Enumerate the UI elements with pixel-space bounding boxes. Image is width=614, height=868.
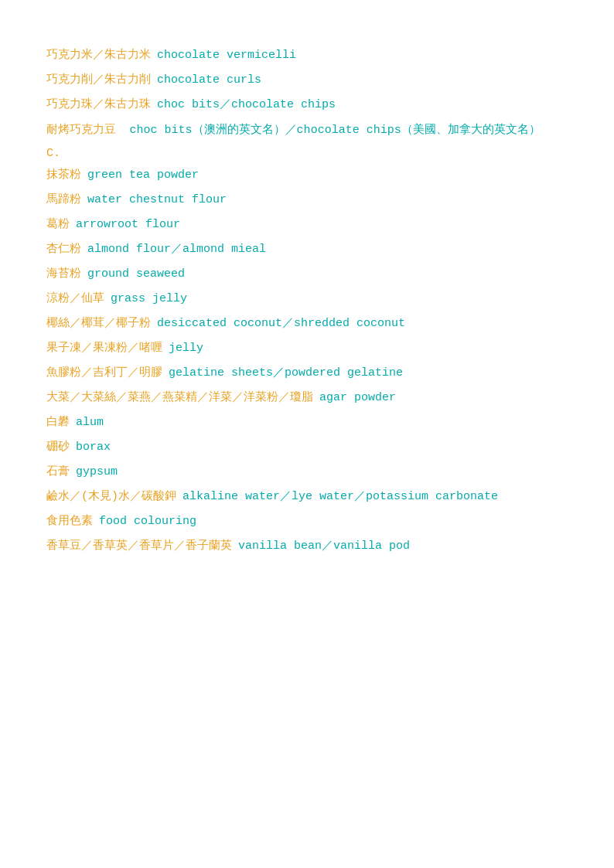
chinese-label: 抹茶粉 <box>46 166 81 185</box>
section-c-label: C. <box>46 147 568 160</box>
entry-food-colouring: 食用色素 food colouring <box>46 512 568 531</box>
chinese-label: 巧克力削／朱古力削 <box>46 71 151 90</box>
chinese-label: 杏仁粉 <box>46 240 81 259</box>
english-label: choc bits（澳洲的英文名）／chocolate chips（美國、加拿大… <box>130 124 541 137</box>
chinese-label: 果子凍／果凍粉／啫喱 <box>46 339 162 358</box>
chinese-label: 魚膠粉／吉利丁／明膠 <box>46 364 162 383</box>
entry-agar-powder: 大菜／大菜絲／菜燕／燕菜精／洋菜／洋菜粉／瓊脂 agar powder <box>46 389 568 407</box>
entry-water-chestnut-flour: 馬蹄粉 water chestnut flour <box>46 191 568 209</box>
chinese-label: 馬蹄粉 <box>46 191 81 209</box>
chinese-label: 葛粉 <box>46 216 70 234</box>
chinese-label: 白礬 <box>46 414 70 432</box>
entry-desiccated-coconut: 椰絲／椰茸／椰子粉 desiccated coconut／shredded co… <box>46 315 568 333</box>
entry-almond-flour: 杏仁粉 almond flour／almond mieal <box>46 240 568 259</box>
english-label: arrowroot flour <box>76 216 180 234</box>
chinese-label: 巧克力珠／朱古力珠 <box>46 96 151 114</box>
chinese-label: 耐烤巧克力豆 <box>46 124 116 137</box>
chinese-label: 石膏 <box>46 463 70 482</box>
english-label: grass jelly <box>111 290 187 308</box>
english-label: water chestnut flour <box>87 191 227 209</box>
content-area: 巧克力米／朱古力米 chocolate vermicelli 巧克力削／朱古力削… <box>46 46 568 556</box>
chinese-label: 硼砂 <box>46 438 70 457</box>
english-label: choc bits／chocolate chips <box>157 96 336 114</box>
entry-alkaline-water: 鹼水／(木見)水／碳酸鉀 alkaline water／lye water／po… <box>46 488 568 506</box>
entry-grass-jelly: 涼粉／仙草 grass jelly <box>46 290 568 308</box>
english-label: jelly <box>169 339 203 358</box>
chinese-label: 食用色素 <box>46 512 93 531</box>
chinese-label: 鹼水／(木見)水／碳酸鉀 <box>46 488 176 506</box>
english-label: agar powder <box>319 389 396 407</box>
english-label: ground seaweed <box>87 265 185 284</box>
chinese-label: 大菜／大菜絲／菜燕／燕菜精／洋菜／洋菜粉／瓊脂 <box>46 389 313 407</box>
entry-ground-seaweed: 海苔粉 ground seaweed <box>46 265 568 284</box>
entry-borax: 硼砂 borax <box>46 438 568 457</box>
english-label: alum <box>76 414 104 432</box>
english-label: food colouring <box>99 512 196 531</box>
entry-gypsum: 石膏 gypsum <box>46 463 568 482</box>
english-label: chocolate vermicelli <box>157 46 296 65</box>
english-label: borax <box>76 438 111 457</box>
chinese-label: 涼粉／仙草 <box>46 290 104 308</box>
english-label: chocolate curls <box>157 71 261 90</box>
english-label: almond flour／almond mieal <box>87 240 266 259</box>
entry-heat-stable-choc: 耐烤巧克力豆 choc bits（澳洲的英文名）／chocolate chips… <box>46 121 568 141</box>
entry-alum: 白礬 alum <box>46 414 568 432</box>
entry-jelly: 果子凍／果凍粉／啫喱 jelly <box>46 339 568 358</box>
chinese-label: 香草豆／香草英／香草片／香子蘭英 <box>46 537 232 556</box>
chinese-label: 椰絲／椰茸／椰子粉 <box>46 315 151 333</box>
entry-choc-bits: 巧克力珠／朱古力珠 choc bits／chocolate chips <box>46 96 568 114</box>
english-label: green tea powder <box>87 166 199 185</box>
entry-green-tea-powder: 抹茶粉 green tea powder <box>46 166 568 185</box>
entry-chocolate-curls: 巧克力削／朱古力削 chocolate curls <box>46 71 568 90</box>
english-label: gypsum <box>76 463 118 482</box>
entry-vanilla: 香草豆／香草英／香草片／香子蘭英 vanilla bean／vanilla po… <box>46 537 568 556</box>
chinese-label: 海苔粉 <box>46 265 81 284</box>
english-label: gelatine sheets／powdered gelatine <box>169 364 403 383</box>
entry-chocolate-vermicelli: 巧克力米／朱古力米 chocolate vermicelli <box>46 46 568 65</box>
chinese-label: 巧克力米／朱古力米 <box>46 46 151 65</box>
entry-arrowroot-flour: 葛粉 arrowroot flour <box>46 216 568 234</box>
english-label: vanilla bean／vanilla pod <box>238 537 410 556</box>
english-label: alkaline water／lye water／potassium carbo… <box>182 488 498 506</box>
entry-gelatine: 魚膠粉／吉利丁／明膠 gelatine sheets／powdered gela… <box>46 364 568 383</box>
english-label: desiccated coconut／shredded coconut <box>157 315 405 333</box>
